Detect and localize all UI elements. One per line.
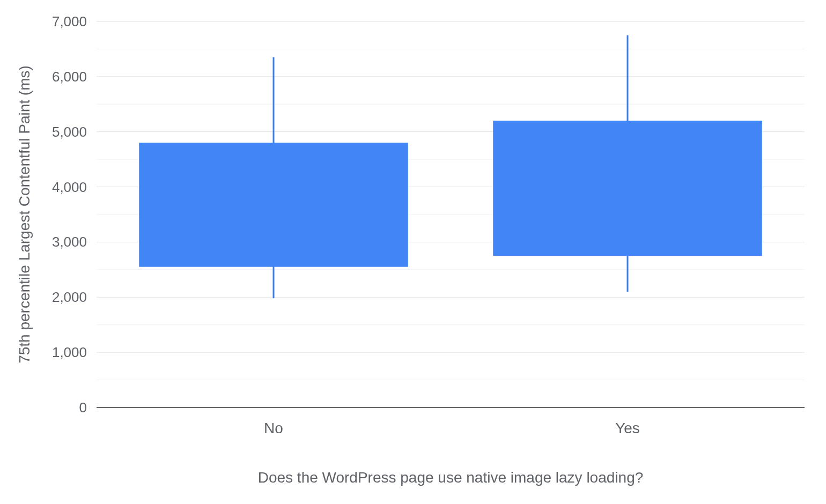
- chart-svg: 01,0002,0003,0004,0005,0006,0007,000NoYe…: [0, 0, 826, 504]
- y-tick-label: 3,000: [52, 234, 87, 250]
- y-axis-title: 75th percentile Largest Contentful Paint…: [16, 65, 33, 364]
- y-tick-label: 4,000: [52, 179, 87, 195]
- x-category-label: No: [264, 420, 283, 436]
- y-tick-label: 2,000: [52, 289, 87, 305]
- y-tick-label: 5,000: [52, 124, 87, 140]
- box: [139, 143, 408, 266]
- y-tick-label: 6,000: [52, 69, 87, 85]
- y-tick-label: 7,000: [52, 13, 87, 29]
- boxplot-chart: 01,0002,0003,0004,0005,0006,0007,000NoYe…: [0, 0, 826, 504]
- x-axis-title: Does the WordPress page use native image…: [258, 469, 644, 486]
- x-category-label: Yes: [615, 420, 640, 436]
- box: [493, 121, 762, 256]
- y-tick-label: 0: [79, 399, 87, 416]
- y-tick-label: 1,000: [52, 344, 87, 360]
